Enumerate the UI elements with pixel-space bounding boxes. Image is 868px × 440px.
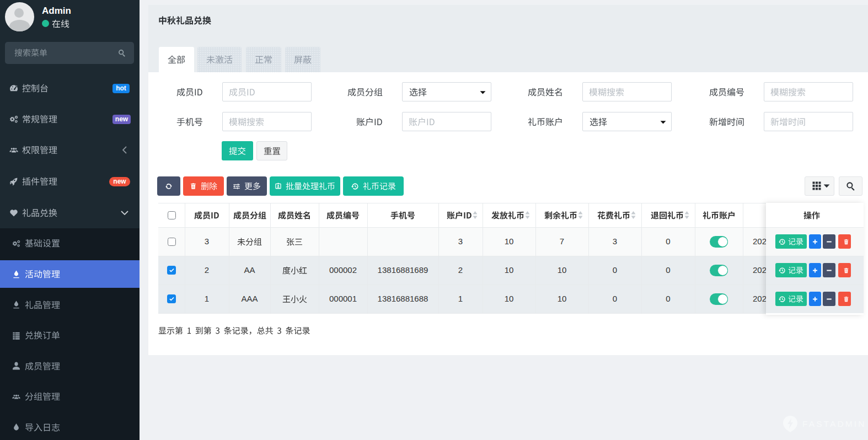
svg-text:FASTADMIN: FASTADMIN: [802, 419, 865, 428]
